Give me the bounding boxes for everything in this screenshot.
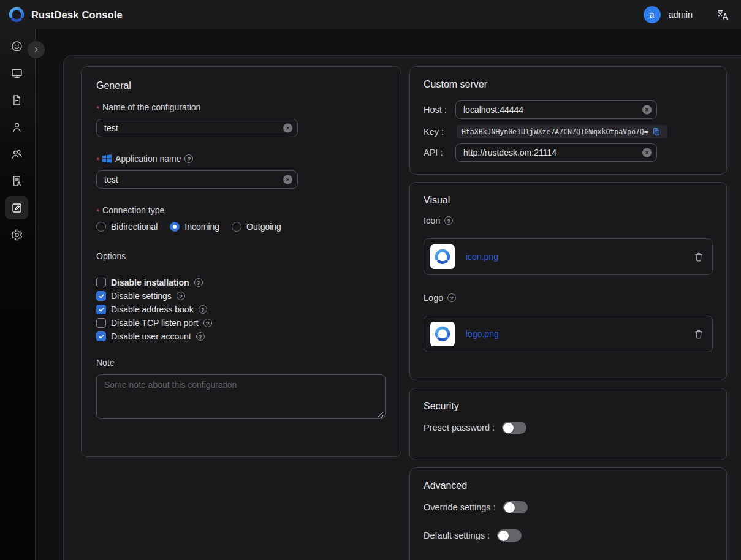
- radio-bidirectional[interactable]: Bidirectional: [96, 222, 158, 232]
- checkbox-label: Disable user account: [111, 331, 191, 341]
- name-input[interactable]: [96, 119, 298, 137]
- checkbox-control: [96, 331, 106, 341]
- security-card: Security Preset password :: [409, 388, 727, 460]
- trash-icon[interactable]: [694, 329, 704, 339]
- logo-file-link[interactable]: logo.png: [466, 329, 499, 339]
- checkbox-control: [96, 278, 106, 287]
- smiley-icon: [10, 40, 23, 53]
- clear-icon[interactable]: [283, 124, 292, 133]
- checkbox-disable-user-account[interactable]: Disable user account: [96, 330, 386, 343]
- switch-label: Preset password :: [424, 423, 495, 433]
- host-row: Host :: [424, 100, 713, 119]
- radio-incoming[interactable]: Incoming: [170, 222, 219, 232]
- gear-icon: [10, 229, 23, 241]
- radio-control: [96, 222, 106, 232]
- field-label-text: Connection type: [102, 205, 164, 215]
- sidebar-item-configurations[interactable]: [5, 196, 28, 219]
- card-title: Security: [424, 401, 713, 412]
- checkbox-control: [96, 318, 106, 328]
- checkbox-disable-tcp-listen-port[interactable]: Disable TCP listen port: [96, 316, 386, 330]
- checkbox-label: Disable address book: [111, 305, 194, 314]
- help-icon[interactable]: [194, 278, 203, 287]
- default-settings-toggle[interactable]: [497, 529, 522, 542]
- api-row: API :: [424, 143, 713, 162]
- name-field-label: Name of the configuration: [96, 102, 386, 112]
- sidebar-item-users[interactable]: [5, 115, 28, 138]
- translate-icon[interactable]: [716, 9, 729, 21]
- host-input[interactable]: [455, 100, 657, 119]
- checkbox-label: Disable TCP listen port: [111, 318, 199, 328]
- copy-icon[interactable]: [652, 127, 661, 136]
- field-label-text: Name of the configuration: [102, 102, 200, 112]
- sidebar-item-settings[interactable]: [5, 223, 28, 246]
- checkbox-disable-installation[interactable]: Disable installation: [96, 276, 386, 289]
- sidebar-item-groups[interactable]: [5, 142, 28, 165]
- help-icon[interactable]: [184, 154, 193, 163]
- sidebar-collapse-button[interactable]: [28, 41, 45, 58]
- windows-icon: [102, 154, 112, 163]
- trash-icon[interactable]: [694, 252, 704, 262]
- clear-icon[interactable]: [283, 175, 292, 184]
- icon-upload-row: icon.png: [424, 238, 713, 275]
- key-value: HtaXBkJNHyn0e1U1jWXze7A7CN7QTGWqxkOtpaVp…: [462, 127, 648, 136]
- general-card: General Name of the configuration Applic…: [81, 66, 401, 457]
- upload-label-text: Icon: [424, 216, 440, 225]
- main-panel: General Name of the configuration Applic…: [63, 55, 741, 560]
- card-title: Custom server: [424, 79, 713, 90]
- note-field: [96, 374, 386, 422]
- help-icon[interactable]: [196, 332, 205, 341]
- override-settings-toggle[interactable]: [503, 501, 528, 513]
- key-row: Key : HtaXBkJNHyn0e1U1jWXze7A7CN7QTGWqxk…: [424, 125, 713, 138]
- user-icon: [10, 121, 23, 134]
- checkbox-disable-settings[interactable]: Disable settings: [96, 289, 386, 303]
- key-value-chip: HtaXBkJNHyn0e1U1jWXze7A7CN7QTGWqxkOtpaVp…: [457, 125, 667, 138]
- radio-outgoing[interactable]: Outgoing: [232, 222, 281, 232]
- radio-label: Bidirectional: [111, 222, 158, 232]
- switch-label: Override settings :: [424, 502, 496, 512]
- host-label: Host :: [424, 105, 455, 115]
- key-label: Key :: [424, 127, 455, 137]
- icon-thumbnail: [430, 244, 455, 269]
- sidebar-item-devices[interactable]: [5, 61, 28, 85]
- logo-upload-label: Logo: [424, 293, 713, 303]
- radio-label: Outgoing: [246, 222, 281, 232]
- clear-icon[interactable]: [642, 148, 652, 157]
- default-settings-row: Default settings :: [424, 529, 713, 542]
- sidebar-item-dashboard[interactable]: [5, 34, 28, 58]
- field-label-text: Application name: [115, 154, 181, 164]
- note-textarea[interactable]: [96, 374, 386, 419]
- icon-file-link[interactable]: icon.png: [466, 252, 498, 262]
- sidebar-item-audit[interactable]: [5, 88, 28, 112]
- logo-thumbnail: [430, 322, 455, 346]
- help-icon[interactable]: [447, 293, 456, 302]
- connection-type-label: Connection type: [96, 205, 386, 215]
- help-icon[interactable]: [203, 319, 212, 327]
- sidebar: [0, 29, 36, 560]
- radio-control: [170, 222, 180, 232]
- checkbox-label: Disable settings: [111, 291, 172, 301]
- rustdesk-logo-icon: [7, 6, 26, 24]
- connection-type-group: Bidirectional Incoming Outgoing: [96, 222, 386, 232]
- help-icon[interactable]: [199, 305, 207, 314]
- app-name-input[interactable]: [96, 170, 298, 189]
- checkbox-disable-address-book[interactable]: Disable address book: [96, 303, 386, 316]
- logo-upload-row: logo.png: [424, 316, 713, 352]
- radio-label: Incoming: [184, 222, 219, 232]
- page-shell: General Name of the configuration Applic…: [0, 29, 741, 560]
- api-label: API :: [424, 148, 455, 157]
- note-label: Note: [96, 358, 386, 368]
- preset-password-toggle[interactable]: [502, 422, 526, 434]
- checkbox-control: [96, 305, 106, 314]
- advanced-card: Advanced Override settings : Default set…: [409, 467, 727, 560]
- app-field: [96, 170, 298, 189]
- sidebar-item-licenses[interactable]: [5, 169, 28, 192]
- username[interactable]: admin: [669, 10, 693, 20]
- edit-icon: [10, 202, 23, 214]
- help-icon[interactable]: [444, 216, 453, 225]
- api-input[interactable]: [455, 143, 657, 162]
- help-icon[interactable]: [177, 292, 185, 300]
- card-title: Visual: [424, 195, 713, 206]
- card-title: Advanced: [424, 480, 713, 491]
- clear-icon[interactable]: [642, 105, 652, 115]
- user-avatar[interactable]: a: [644, 6, 661, 23]
